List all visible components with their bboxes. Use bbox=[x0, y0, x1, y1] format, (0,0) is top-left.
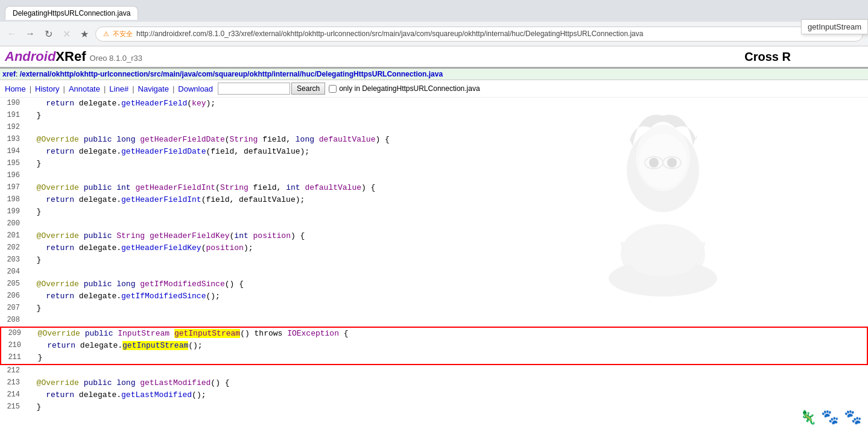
code-line-192: 192 bbox=[0, 122, 868, 134]
param-position-1[interactable]: position bbox=[253, 231, 291, 240]
code-line-215: 215 } bbox=[0, 401, 868, 413]
forward-button[interactable]: → bbox=[23, 27, 37, 41]
code-line-202: 202 return delegate.getHeaderFieldKey(po… bbox=[0, 242, 868, 254]
navigate-link[interactable]: Navigate bbox=[136, 83, 171, 95]
code-line-209: 209 @Override public InputStream getInpu… bbox=[1, 328, 867, 340]
param-defaultValue-1[interactable]: defaultValue bbox=[319, 135, 376, 144]
param-defaultValue-2[interactable]: defaultValue bbox=[305, 183, 361, 192]
code-line-212: 212 bbox=[0, 365, 868, 377]
autocomplete-text: getInputStream bbox=[808, 22, 861, 31]
code-line-199: 199 } bbox=[0, 206, 868, 218]
tab-title: DelegatingHttpsURLConnection.java bbox=[13, 9, 130, 17]
code-line-207: 207 } bbox=[0, 302, 868, 315]
highlight-block: 209 @Override public InputStream getInpu… bbox=[0, 327, 868, 365]
page-content: AndroidXRef Oreo 8.1.0_r33 Cross R xref:… bbox=[0, 46, 868, 413]
code-area: 190 return delegate.getHeaderField(key);… bbox=[0, 98, 868, 413]
type-IOException[interactable]: IOException bbox=[287, 329, 339, 338]
security-icon: ⚠ bbox=[103, 30, 109, 38]
annotate-link[interactable]: Annotate bbox=[66, 83, 103, 95]
method-getHeaderFieldInt[interactable]: getHeaderFieldInt bbox=[121, 195, 201, 204]
method-getIfModifiedSince[interactable]: getIfModifiedSince bbox=[140, 280, 224, 289]
code-line-213: 213 @Override public long getLastModifie… bbox=[0, 377, 868, 389]
security-label: 不安全 bbox=[113, 30, 133, 39]
back-button[interactable]: ← bbox=[5, 27, 19, 41]
site-header: AndroidXRef Oreo 8.1.0_r33 Cross R bbox=[0, 46, 868, 69]
code-line-204: 204 bbox=[0, 266, 868, 278]
code-line-195: 195 } bbox=[0, 158, 868, 170]
code-line-205: 205 @Override public long getIfModifiedS… bbox=[0, 278, 868, 290]
type-String-2[interactable]: String bbox=[220, 183, 249, 192]
history-link[interactable]: History bbox=[33, 83, 62, 95]
code-line-211: 211 } bbox=[1, 352, 867, 364]
code-line-196: 196 bbox=[0, 170, 868, 182]
code-line-191: 191 } bbox=[0, 110, 868, 122]
url-text: http://androidxref.com/8.1.0_r33/xref/ex… bbox=[136, 30, 643, 38]
param-position-2[interactable]: position bbox=[206, 243, 243, 252]
browser-chrome: DelegatingHttpsURLConnection.java ← → ↻ … bbox=[0, 0, 868, 46]
code-line-194: 194 return delegate.getHeaderFieldDate(f… bbox=[0, 146, 868, 158]
version-text: Oreo 8.1.0_r33 bbox=[90, 54, 142, 63]
method-getIfModifiedSince-2[interactable]: getIfModifiedSince bbox=[121, 292, 206, 301]
method-getHeaderFieldKey[interactable]: getHeaderFieldKey bbox=[150, 231, 230, 240]
method-getHeaderFieldDate[interactable]: getHeaderFieldDate bbox=[140, 135, 224, 144]
code-line-197: 197 @Override public int getHeaderFieldI… bbox=[0, 182, 868, 194]
method-getHeaderFieldInt[interactable]: getHeaderFieldInt bbox=[135, 183, 215, 192]
download-link[interactable]: Download bbox=[176, 83, 215, 95]
method-getInputStream-call[interactable]: getInputStream bbox=[122, 341, 188, 350]
site-title: AndroidXRef Oreo 8.1.0_r33 bbox=[5, 49, 142, 64]
nav-bar: ← → ↻ ✕ ★ ⚠ 不安全 http://androidxref.com/8… bbox=[0, 22, 868, 46]
method-getLastModified[interactable]: getLastModified bbox=[140, 378, 211, 387]
xref-text: XRef bbox=[55, 49, 86, 64]
breadcrumb-path: /external/okhttp/okhttp-urlconnection/sr… bbox=[20, 70, 443, 78]
line-link[interactable]: Line# bbox=[107, 83, 131, 95]
code-line-193: 193 @Override public long getHeaderField… bbox=[0, 134, 868, 146]
code-line-203: 203 } bbox=[0, 254, 868, 266]
method-getHeaderField[interactable]: getHeaderField bbox=[121, 99, 187, 108]
only-label: only in DelegatingHttpsURLConnection.jav… bbox=[339, 84, 480, 93]
search-input[interactable] bbox=[218, 83, 290, 95]
code-line-198: 198 return delegate.getHeaderFieldInt(fi… bbox=[0, 194, 868, 206]
autocomplete-tooltip: getInputStream bbox=[801, 19, 868, 34]
method-getInputStream-def[interactable]: getInputStream bbox=[174, 329, 240, 338]
method-getHeaderFieldKey-2[interactable]: getHeaderFieldKey bbox=[121, 243, 201, 252]
home-link[interactable]: Home bbox=[2, 83, 28, 95]
cross-ref-label: Cross R bbox=[744, 50, 791, 63]
breadcrumb: xref: /external/okhttp/okhttp-urlconnect… bbox=[0, 69, 868, 80]
method-getHeaderFieldDate[interactable]: getHeaderFieldDate bbox=[121, 147, 206, 156]
address-bar[interactable]: ⚠ 不安全 http://androidxref.com/8.1.0_r33/x… bbox=[95, 27, 863, 42]
reload-button[interactable]: ↻ bbox=[41, 27, 55, 41]
code-line-201: 201 @Override public String getHeaderFie… bbox=[0, 230, 868, 242]
code-line-190: 190 return delegate.getHeaderField(key); bbox=[0, 98, 868, 110]
search-button[interactable]: Search bbox=[291, 83, 325, 95]
param-key[interactable]: key bbox=[192, 99, 206, 108]
code-line-200: 200 bbox=[0, 218, 868, 230]
type-String-3[interactable]: String bbox=[116, 231, 145, 240]
code-line-206: 206 return delegate.getIfModifiedSince()… bbox=[0, 290, 868, 302]
method-getLastModified-2[interactable]: getLastModified bbox=[121, 390, 192, 399]
code-line-214: 214 return delegate.getLastModified(); bbox=[0, 389, 868, 401]
breadcrumb-xref-link[interactable]: xref bbox=[2, 70, 16, 78]
active-tab[interactable]: DelegatingHttpsURLConnection.java bbox=[5, 6, 138, 20]
home-nav-button[interactable]: ★ bbox=[77, 27, 92, 41]
type-String-1[interactable]: String bbox=[230, 135, 258, 144]
tab-bar: DelegatingHttpsURLConnection.java bbox=[0, 0, 868, 22]
stop-button[interactable]: ✕ bbox=[59, 27, 74, 41]
code-line-210: 210 return delegate.getInputStream(); bbox=[1, 340, 867, 352]
type-InputStream[interactable]: InputStream bbox=[118, 329, 169, 338]
toolbar: Home | History | Annotate | Line# | Navi… bbox=[0, 80, 868, 98]
code-line-208: 208 bbox=[0, 315, 868, 327]
android-text: Android bbox=[5, 49, 55, 64]
only-checkbox[interactable] bbox=[329, 85, 337, 93]
